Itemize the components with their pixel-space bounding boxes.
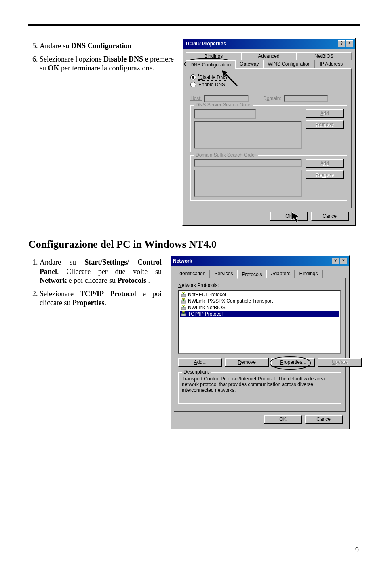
dlg1-tabs-row2: DNS Configuration Gateway WINS Configura… [186,59,352,68]
tab-bindings2[interactable]: Bindings [295,270,322,278]
dlg1-titlebar[interactable]: TCP/IP Properties ? × [183,39,355,49]
radio-enable-dns-label: Enable DNS [198,82,225,87]
section-nt40-heading: Configurazione del PC in Windows NT4.0 [28,238,360,250]
add-button[interactable]: Add... [178,358,222,367]
annotation-oval-properties [270,356,311,370]
dlg2-ok-button[interactable]: OK [264,415,302,424]
svg-rect-14 [182,311,185,312]
dns-remove-button: Remove [306,120,344,129]
host-label: Host: [190,96,202,101]
radio-disable-dns[interactable] [190,74,196,80]
dlg1-cancel-button[interactable]: Cancel [311,212,349,221]
list-item-tcpip[interactable]: TCP/IP Protocol [180,311,340,317]
suffix-list [194,170,302,197]
svg-rect-9 [181,307,186,310]
dlg2-action-buttons: Add... Remove Properties... Update [178,358,341,367]
suffix-input [194,159,302,167]
protocol-icon [181,311,186,317]
description-legend: Description: [182,369,211,375]
nt-step-2: Selezionare TCP/IP Protocol e poi clicca… [40,289,162,308]
svg-rect-11 [182,305,185,306]
step5-text: Andare su [40,42,71,50]
list-item[interactable]: NWLink IPX/SPX Compatible Transport [180,298,340,304]
svg-rect-12 [181,314,186,316]
list-item[interactable]: NWLink NetBIOS [180,304,340,311]
step-5: Andare su DNS Configuration [40,41,174,51]
update-button: Update [318,358,362,367]
close-icon[interactable]: × [346,40,353,47]
network-dialog: Network ? × Identification Services Prot… [170,255,350,429]
domain-input [284,95,328,102]
suffix-remove-button: Remove [306,170,344,179]
remove-button[interactable]: Remove [225,358,269,367]
host-domain-row: Host: Domain: [190,95,347,102]
dns-ip-input: ... [194,109,256,119]
network-protocols-label: Network Protocols: [178,282,341,288]
tab-wins-configuration[interactable]: WINS Configuration [263,60,315,69]
step-6: Selezionare l'opzione Disable DNS e prem… [40,55,174,73]
dlg1-ok-button[interactable]: OK [270,212,308,221]
properties-button[interactable]: Properties... [271,358,315,367]
svg-rect-6 [181,301,186,303]
svg-rect-3 [181,294,186,297]
radio-disable-dns-row[interactable]: Disable DNS [190,74,347,81]
description-text: Transport Control Protocol/Internet Prot… [182,376,337,400]
tab-advanced[interactable]: Advanced [241,52,297,60]
page-top-rule [28,24,360,26]
close-icon[interactable]: × [340,258,347,264]
suffix-legend: Domain Suffix Search Order [194,152,258,158]
protocol-icon [181,298,186,304]
domain-suffix-group: Domain Suffix Search Order Add Remove [190,155,347,201]
svg-rect-5 [182,292,185,293]
tab-protocols[interactable]: Protocols [237,270,266,279]
host-input [204,95,249,102]
tab-ip-address[interactable]: IP Address [315,60,347,69]
suffix-add-button: Add [306,159,344,168]
step5-bold: DNS Configuration [71,42,132,50]
dns-server-order-group: DNS Server Search Order ... Add Remove [190,105,347,152]
dlg2-cancel-button[interactable]: Cancel [305,415,343,424]
domain-label: Domain: [263,96,281,101]
tab-adapters[interactable]: Adapters [266,270,295,278]
dlg2-titlebar[interactable]: Network ? × [171,256,349,266]
radio-enable-dns[interactable] [190,82,196,87]
tab-gateway[interactable]: Gateway [235,60,263,69]
page-number: 9 [28,544,360,554]
svg-rect-8 [182,298,185,299]
protocol-icon [181,292,186,297]
protocol-icon [181,305,186,310]
instructions-block-1: Andare su DNS Configuration Selezionare … [28,38,174,77]
dlg1-title: TCP/IP Properties [184,41,337,47]
help-icon[interactable]: ? [338,40,345,47]
dlg1-tabs-row1: Bindings Advanced NetBIOS [186,52,352,59]
dlg1-footer-buttons: OK Cancel [186,208,352,222]
dns-order-legend: DNS Server Search Order [194,102,253,108]
help-icon[interactable]: ? [332,258,339,264]
radio-enable-dns-row[interactable]: Enable DNS [190,82,347,87]
tab-bindings[interactable]: Bindings [186,52,241,60]
tcpip-properties-dialog: TCP/IP Properties ? × Bindings Advanced … [182,38,356,226]
list-item[interactable]: NetBEUI Protocol [180,291,340,298]
dns-server-list [194,121,302,149]
protocols-list[interactable]: NetBEUI Protocol NWLink IPX/SPX Compatib… [178,290,341,354]
tab-netbios[interactable]: NetBIOS [296,52,352,60]
dlg2-title: Network [172,258,331,264]
dlg2-footer-buttons: OK Cancel [174,412,346,425]
nt-step-1: Andare su Start/Settings/ Control Panel.… [40,258,162,285]
tab-dns-configuration[interactable]: DNS Configuration [186,60,235,69]
radio-disable-dns-label: Disable DNS [198,74,228,81]
dlg1-tab-panel: Disable DNS Enable DNS Host: Doma [186,68,352,208]
dns-add-button: Add [306,109,344,118]
tab-services[interactable]: Services [210,270,237,278]
tab-identification[interactable]: Identification [174,270,210,278]
description-group: Description: Transport Control Protocol/… [178,372,341,404]
dlg2-tab-panel: Network Protocols: NetBEUI Protocol [174,278,346,412]
instructions-block-2: Andare su Start/Settings/ Control Panel.… [28,255,162,312]
dlg2-tabs: Identification Services Protocols Adapte… [174,269,346,278]
